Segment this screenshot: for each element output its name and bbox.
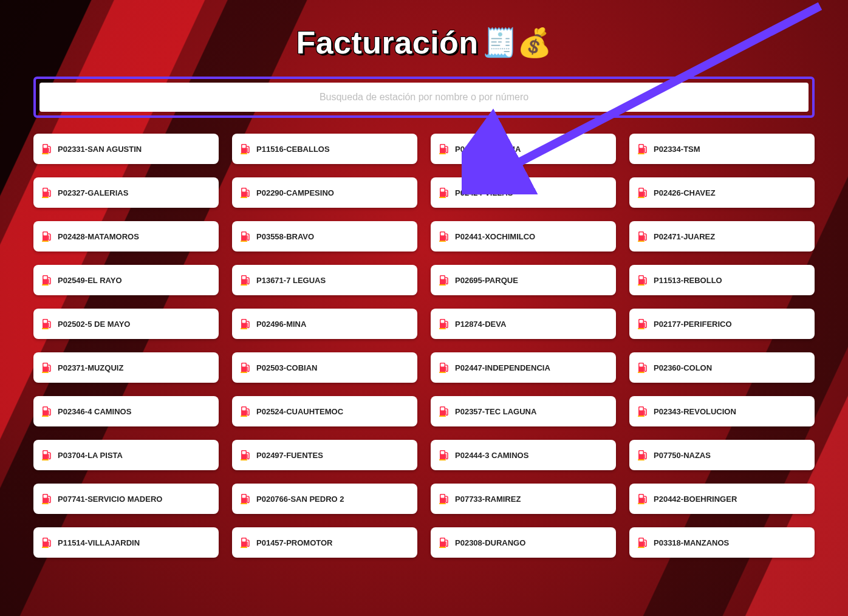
svg-rect-16: [242, 189, 246, 192]
svg-rect-67: [441, 364, 445, 367]
fuel-pump-icon: [638, 143, 648, 154]
station-card[interactable]: P02496-MINA: [232, 309, 417, 339]
svg-rect-5: [241, 153, 247, 154]
station-card[interactable]: P02308-DURANGO: [431, 527, 616, 558]
svg-rect-61: [44, 364, 47, 367]
station-label: P02177-PERIFERICO: [654, 320, 732, 329]
receipt-money-icon: 🧾💰: [482, 26, 552, 59]
svg-rect-68: [439, 372, 446, 373]
station-card[interactable]: P02327-GALERIAS: [33, 177, 219, 208]
title-text: Facturación: [296, 24, 478, 61]
svg-rect-31: [441, 233, 445, 236]
station-card[interactable]: P02503-COBIAN: [232, 352, 417, 383]
station-card[interactable]: P02331-SAN AGUSTIN: [33, 134, 219, 164]
fuel-pump-icon: [241, 450, 250, 460]
station-label: P02360-COLON: [654, 363, 712, 372]
svg-rect-44: [439, 284, 446, 286]
station-card[interactable]: P02471-JUAREZ: [629, 221, 815, 252]
station-card[interactable]: P02360-COLON: [629, 352, 815, 383]
station-card[interactable]: P02290-CAMPESINO: [232, 177, 417, 208]
station-card[interactable]: P11514-VILLAJARDIN: [33, 527, 219, 558]
station-card[interactable]: P02424-VILLAS: [431, 177, 616, 208]
station-card[interactable]: P02441-XOCHIMILCO: [431, 221, 616, 252]
station-label: P20442-BOEHRINGER: [654, 495, 737, 504]
station-label: P02428-MATAMOROS: [58, 232, 139, 241]
station-card[interactable]: P02428-MATAMOROS: [33, 221, 219, 252]
svg-rect-86: [42, 459, 49, 460]
station-label: P03318-MANZANOS: [654, 538, 729, 547]
station-card[interactable]: P02497-FUENTES: [232, 440, 417, 470]
station-label: P02441-XOCHIMILCO: [455, 232, 535, 241]
fuel-pump-icon: [439, 275, 449, 286]
station-grid: P02331-SAN AGUSTIN P11516-CEBALLOS P0945…: [33, 134, 815, 558]
fuel-pump-icon: [638, 187, 648, 198]
svg-rect-89: [241, 459, 247, 460]
svg-rect-65: [241, 372, 247, 373]
fuel-pump-icon: [439, 187, 449, 198]
fuel-pump-icon: [638, 450, 648, 460]
search-input[interactable]: [39, 83, 809, 112]
svg-rect-97: [44, 495, 47, 498]
station-card[interactable]: P11513-REBOLLO: [629, 265, 815, 295]
svg-rect-29: [241, 241, 247, 242]
station-card[interactable]: P020766-SAN PEDRO 2: [232, 484, 417, 514]
station-card[interactable]: P02695-PARQUE: [431, 265, 616, 295]
svg-rect-71: [638, 372, 645, 373]
station-label: P02343-REVOLUCION: [654, 407, 736, 416]
svg-rect-62: [42, 372, 49, 373]
station-card[interactable]: P02334-TSM: [629, 134, 815, 164]
fuel-pump-icon: [42, 450, 52, 460]
station-card[interactable]: P02444-3 CAMINOS: [431, 440, 616, 470]
station-label: P02308-DURANGO: [455, 538, 525, 547]
station-card[interactable]: P12874-DEVA: [431, 309, 616, 339]
station-card[interactable]: P02371-MUZQUIZ: [33, 352, 219, 383]
svg-rect-50: [42, 328, 49, 329]
station-card[interactable]: P13671-7 LEGUAS: [232, 265, 417, 295]
svg-rect-13: [44, 189, 47, 192]
svg-rect-98: [42, 503, 49, 504]
station-card[interactable]: P02357-TEC LAGUNA: [431, 396, 616, 426]
station-card[interactable]: P07750-NAZAS: [629, 440, 815, 470]
svg-rect-14: [42, 197, 49, 198]
station-card[interactable]: P07733-RAMIREZ: [431, 484, 616, 514]
station-card[interactable]: P02177-PERIFERICO: [629, 309, 815, 339]
station-card[interactable]: P02524-CUAUHTEMOC: [232, 396, 417, 426]
station-label: P02447-INDEPENDENCIA: [455, 363, 550, 372]
station-label: P07750-NAZAS: [654, 451, 711, 460]
svg-rect-103: [441, 495, 445, 498]
svg-rect-8: [439, 153, 446, 154]
station-card[interactable]: P03318-MANZANOS: [629, 527, 815, 558]
svg-rect-94: [640, 451, 643, 454]
fuel-pump-icon: [241, 537, 250, 548]
station-card[interactable]: P20442-BOEHRINGER: [629, 484, 815, 514]
svg-rect-37: [44, 276, 47, 279]
svg-rect-20: [439, 197, 446, 198]
fuel-pump-icon: [241, 275, 250, 286]
station-card[interactable]: P02447-INDEPENDENCIA: [431, 352, 616, 383]
station-card[interactable]: P03558-BRAVO: [232, 221, 417, 252]
svg-rect-110: [42, 547, 49, 548]
svg-rect-49: [44, 320, 47, 323]
fuel-pump-icon: [241, 318, 250, 329]
station-card[interactable]: P01457-PROMOTOR: [232, 527, 417, 558]
fuel-pump-icon: [241, 231, 250, 242]
svg-rect-11: [638, 153, 645, 154]
station-card[interactable]: P02346-4 CAMINOS: [33, 396, 219, 426]
fuel-pump-icon: [638, 318, 648, 329]
svg-rect-91: [441, 451, 445, 454]
svg-rect-80: [439, 416, 446, 417]
station-label: P02424-VILLAS: [455, 188, 513, 197]
svg-rect-38: [42, 284, 49, 286]
station-card[interactable]: P09455-SARABIA: [431, 134, 616, 164]
station-card[interactable]: P02343-REVOLUCION: [629, 396, 815, 426]
fuel-pump-icon: [42, 493, 52, 504]
station-card[interactable]: P02426-CHAVEZ: [629, 177, 815, 208]
station-card[interactable]: P02549-EL RAYO: [33, 265, 219, 295]
station-label: P11516-CEBALLOS: [256, 145, 330, 154]
fuel-pump-icon: [42, 231, 52, 242]
station-card[interactable]: P02502-5 DE MAYO: [33, 309, 219, 339]
station-card[interactable]: P07741-SERVICIO MADERO: [33, 484, 219, 514]
station-card[interactable]: P11516-CEBALLOS: [232, 134, 417, 164]
station-card[interactable]: P03704-LA PISTA: [33, 440, 219, 470]
svg-rect-32: [439, 241, 446, 242]
